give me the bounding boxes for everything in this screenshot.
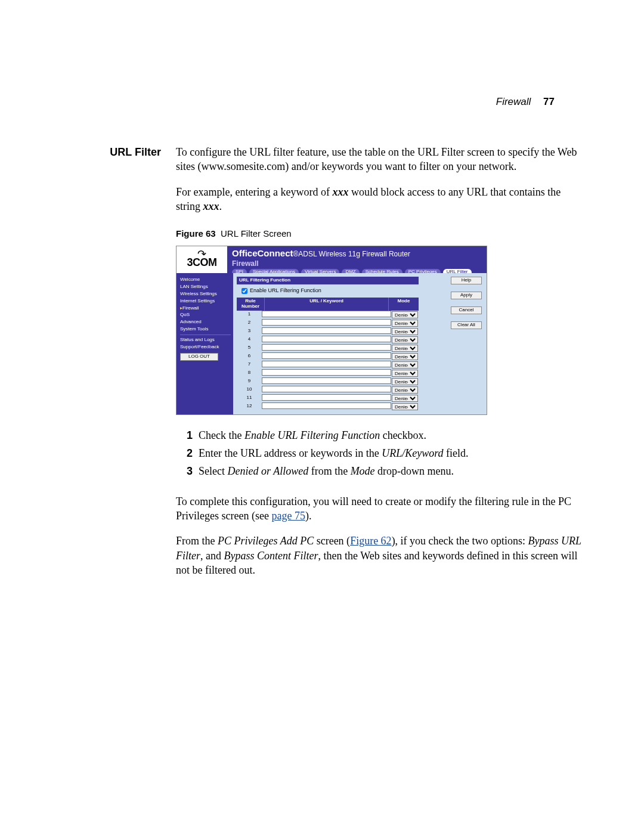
- mode-select[interactable]: Denied: [392, 386, 418, 394]
- sidebar-item-support-feedback[interactable]: Support/Feedback: [180, 345, 231, 350]
- mode-select[interactable]: Denied: [392, 395, 418, 402]
- steps-list: 1 Check the Enable URL Filtering Functio…: [176, 425, 469, 482]
- sidebar-item-qos[interactable]: QoS: [180, 312, 231, 318]
- filter-rule-row: 4Denied: [237, 336, 419, 344]
- rule-number: 8: [237, 370, 262, 376]
- mode-select[interactable]: Denied: [392, 345, 418, 352]
- screen-title: Firewall: [232, 260, 482, 268]
- rule-number: 6: [237, 354, 262, 359]
- url-keyword-input[interactable]: [262, 377, 391, 384]
- url-keyword-input[interactable]: [262, 386, 391, 392]
- url-keyword-input[interactable]: [262, 336, 391, 342]
- brand-logo: ↷ 3COM: [177, 246, 227, 273]
- url-keyword-input[interactable]: [262, 327, 391, 334]
- sidebar-item-system-tools[interactable]: System Tools: [180, 327, 231, 332]
- enable-url-filter-checkbox[interactable]: [242, 288, 247, 294]
- step-number: 3: [176, 464, 199, 478]
- mode-select[interactable]: Denied: [392, 311, 418, 318]
- url-keyword-input[interactable]: [262, 394, 391, 401]
- rule-number: 5: [237, 345, 262, 351]
- page-number: 77: [543, 96, 555, 107]
- product-name: OfficeConnect®ADSL Wireless 11g Firewall…: [232, 249, 482, 259]
- apply-button[interactable]: Apply: [451, 292, 482, 299]
- enable-url-filter-label: Enable URL Filtering Function: [250, 288, 321, 294]
- filter-rule-row: 10Denied: [237, 386, 419, 394]
- completion-paragraph: To complete this configuration, you will…: [176, 494, 584, 524]
- sidebar-item-wireless-settings[interactable]: Wireless Settings: [180, 292, 231, 297]
- rule-number: 3: [237, 329, 262, 334]
- section-name: Firewall: [496, 96, 531, 107]
- intro-paragraph: To configure the URL filter feature, use…: [176, 145, 584, 174]
- step-text: Select Denied or Allowed from the Mode d…: [199, 464, 469, 478]
- mode-select[interactable]: Denied: [392, 361, 418, 368]
- sidebar-item-status-and-logs[interactable]: Status and Logs: [180, 337, 231, 343]
- filter-rule-row: 5Denied: [237, 344, 419, 352]
- filter-rule-row: 8Denied: [237, 369, 419, 377]
- rule-number: 9: [237, 379, 262, 384]
- url-keyword-input[interactable]: [262, 352, 391, 359]
- rule-number: 10: [237, 387, 262, 392]
- cancel-button[interactable]: Cancel: [451, 306, 482, 314]
- side-heading: URL Filter: [60, 145, 172, 159]
- step-text: Enter the URL address or keywords in the…: [199, 446, 469, 460]
- sidebar-item-welcome[interactable]: Welcome: [180, 277, 231, 283]
- mode-select[interactable]: Denied: [392, 370, 418, 377]
- col-rule-number: Rule Number: [237, 298, 265, 311]
- logout-button[interactable]: LOG OUT: [180, 353, 218, 361]
- filter-rule-row: 7Denied: [237, 361, 419, 369]
- help-button[interactable]: Help: [451, 277, 482, 284]
- running-header: Firewall 77: [60, 95, 584, 109]
- bypass-paragraph: From the PC Privileges Add PC screen (Fi…: [176, 534, 584, 577]
- mode-select[interactable]: Denied: [392, 328, 418, 335]
- filter-rule-row: 3Denied: [237, 327, 419, 336]
- url-keyword-input[interactable]: [262, 369, 391, 376]
- url-filter-screenshot: ↷ 3COM OfficeConnect®ADSL Wireless 11g F…: [176, 246, 487, 414]
- sidebar: WelcomeLAN SettingsWireless SettingsInte…: [177, 273, 233, 414]
- step-number: 1: [176, 428, 199, 442]
- mode-select[interactable]: Denied: [392, 378, 418, 385]
- filter-rule-row: 9Denied: [237, 377, 419, 386]
- col-mode: Mode: [389, 298, 419, 311]
- col-url-keyword: URL / Keyword: [265, 298, 389, 311]
- figure-62-link[interactable]: Figure 62: [350, 535, 392, 547]
- rule-number: 11: [237, 395, 262, 401]
- filter-rule-row: 1Denied: [237, 311, 419, 319]
- rule-number: 2: [237, 320, 262, 326]
- url-keyword-input[interactable]: [262, 361, 391, 367]
- filter-rule-row: 12Denied: [237, 402, 419, 411]
- mode-select[interactable]: Denied: [392, 320, 418, 327]
- filter-rule-row: 6Denied: [237, 352, 419, 361]
- figure-caption: Figure 63 URL Filter Screen: [176, 228, 584, 240]
- mode-select[interactable]: Denied: [392, 336, 418, 343]
- sidebar-item-firewall[interactable]: Firewall: [180, 306, 231, 311]
- mode-select[interactable]: Denied: [392, 403, 418, 410]
- rule-number: 4: [237, 337, 262, 342]
- rule-number: 12: [237, 404, 262, 409]
- example-paragraph: For example, entering a keyword of xxx w…: [176, 185, 584, 214]
- clear-all-button[interactable]: Clear All: [451, 321, 482, 329]
- mode-select[interactable]: Denied: [392, 353, 418, 360]
- sidebar-item-advanced[interactable]: Advanced: [180, 320, 231, 325]
- rule-number: 1: [237, 312, 262, 317]
- sidebar-item-internet-settings[interactable]: Internet Settings: [180, 299, 231, 304]
- step-text: Check the Enable URL Filtering Function …: [199, 428, 469, 442]
- rule-number: 7: [237, 362, 262, 367]
- step-number: 2: [176, 446, 199, 460]
- filter-rule-row: 11Denied: [237, 394, 419, 402]
- url-keyword-input[interactable]: [262, 319, 391, 326]
- page-75-link[interactable]: page 75: [271, 510, 305, 522]
- sidebar-item-lan-settings[interactable]: LAN Settings: [180, 284, 231, 290]
- panel-header: URL Filtering Function: [237, 277, 419, 284]
- url-keyword-input[interactable]: [262, 344, 391, 351]
- url-keyword-input[interactable]: [262, 311, 391, 317]
- url-keyword-input[interactable]: [262, 402, 391, 409]
- filter-rule-row: 2Denied: [237, 319, 419, 327]
